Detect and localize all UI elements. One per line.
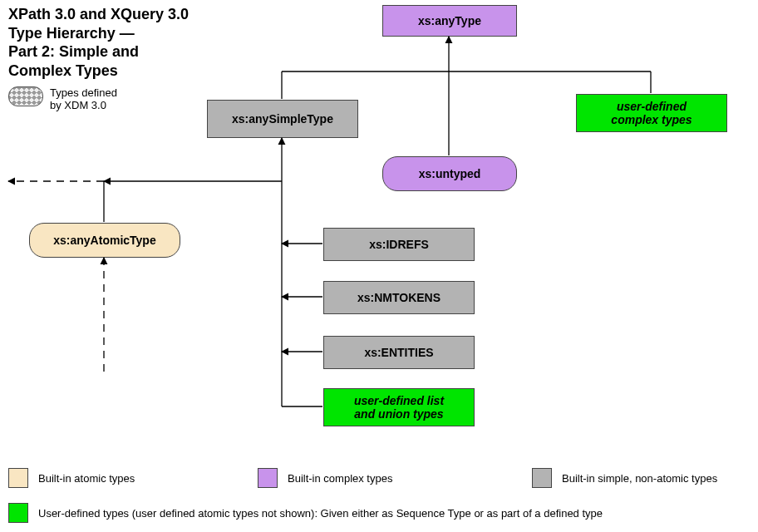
title-line-4: Complex Types <box>8 62 189 81</box>
connector-lines <box>0 0 758 532</box>
xdm-legend: Types defined by XDM 3.0 <box>8 86 117 111</box>
node-untyped: xs:untyped <box>382 156 517 191</box>
diagram-title: XPath 3.0 and XQuery 3.0 Type Hierarchy … <box>8 5 189 80</box>
node-anyAtomicType: xs:anyAtomicType <box>29 223 180 258</box>
node-entities: xs:ENTITIES <box>323 336 475 369</box>
swatch-simple <box>532 468 552 488</box>
legend-complex-label: Built-in complex types <box>288 472 392 485</box>
swatch-user <box>8 503 28 523</box>
node-user-defined-complex: user-defined complex types <box>576 94 727 132</box>
node-anyType: xs:anyType <box>382 5 517 37</box>
legend-user: User-defined types (user defined atomic … <box>8 503 748 523</box>
xdm-legend-label: Types defined by XDM 3.0 <box>50 86 117 111</box>
legend-simple-label: Built-in simple, non-atomic types <box>562 472 717 485</box>
title-line-3: Part 2: Simple and <box>8 42 189 62</box>
node-nmtokens: xs:NMTOKENS <box>323 281 475 314</box>
title-line-1: XPath 3.0 and XQuery 3.0 <box>8 5 189 24</box>
node-idrefs: xs:IDREFS <box>323 228 475 261</box>
legend-atomic: Built-in atomic types <box>8 468 135 488</box>
xdm-swatch-icon <box>8 86 43 106</box>
legend-user-label: User-defined types (user defined atomic … <box>38 507 603 520</box>
node-user-defined-list-union: user-defined list and union types <box>323 388 475 426</box>
node-anySimpleType: xs:anySimpleType <box>207 100 358 138</box>
swatch-complex <box>258 468 278 488</box>
title-line-2: Type Hierarchy — <box>8 24 189 43</box>
legend-complex: Built-in complex types <box>258 468 392 488</box>
legend-atomic-label: Built-in atomic types <box>38 472 135 485</box>
swatch-atomic <box>8 468 28 488</box>
legend-simple: Built-in simple, non-atomic types <box>532 468 717 488</box>
